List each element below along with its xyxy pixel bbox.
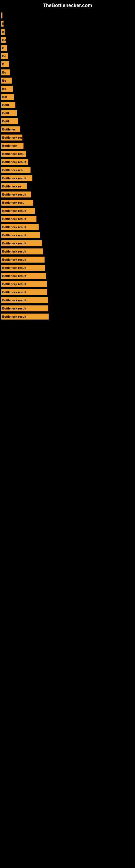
bar-item: Bottleneck result [1, 281, 47, 287]
bar-item: Bo [1, 37, 6, 43]
bar-row: Bottleneck result [1, 159, 135, 165]
bar-row: Bottleneck resu [1, 151, 135, 157]
bar-label: B [2, 22, 3, 25]
bar-item [1, 12, 2, 19]
bar-item: Bo [1, 78, 12, 84]
bar-item: Bo [1, 86, 13, 92]
bar-label: Bottleneck result [2, 274, 26, 278]
bar-label: Bottl [2, 120, 9, 123]
bars-container: BBBoBBoBBoBoBoBotBottlBottlBottlBottlene… [0, 10, 135, 319]
bar-row: Bottleneck result [1, 273, 135, 279]
bar-item: Bottleneck result [1, 289, 47, 295]
bar-item: B [1, 21, 3, 27]
bar-label: B [2, 46, 4, 50]
bar-row: Bottleneck result [1, 216, 135, 222]
bar-row: Bottleneck re [1, 183, 135, 189]
bar-item: Bottl [1, 110, 17, 116]
bar-label: Bottleneck result [2, 242, 26, 245]
bar-label: Bottl [2, 103, 9, 106]
bar-item: Bottleneck result [1, 273, 46, 279]
bar-label: Bottl [2, 112, 9, 115]
bar-row: Bottleneck result [1, 248, 135, 254]
bar-label: Bottleneck result [2, 290, 26, 294]
bar-item: Bottleneck resu [1, 151, 26, 157]
bar-label: Bottleneck re [2, 185, 21, 188]
bar-row: Bottleneck result [1, 265, 135, 271]
bar-row: Bottlenec [1, 126, 135, 132]
bar-item: Bottleneck result [1, 297, 48, 303]
bar-item: Bottleneck result [1, 232, 40, 238]
bar-row: Bottleneck result [1, 289, 135, 295]
bar-label: Bo [2, 38, 6, 41]
bar-row: Bottleneck result [1, 224, 135, 230]
bar-row: Bottleneck res [1, 134, 135, 141]
bar-item: B [1, 29, 5, 35]
bar-label: B [2, 30, 4, 33]
bar-item: Bottleneck result [1, 208, 35, 214]
bar-row: Bottleneck result [1, 208, 135, 214]
bar-label: Bo [2, 55, 6, 58]
bar-label: Bottleneck result [2, 234, 26, 237]
bar-item: Bottl [1, 118, 18, 124]
bar-row: B [1, 45, 135, 51]
bar-item: Bottleneck result [1, 216, 37, 222]
bar-row: Bottleneck resu [1, 199, 135, 206]
bar-row: Bo [1, 78, 135, 84]
bar-row: Bot [1, 94, 135, 100]
bar-row: B [1, 61, 135, 67]
bar-item: Bo [1, 53, 8, 59]
bar-item: Bo [1, 69, 10, 75]
bar-label: Bo [2, 79, 6, 82]
bar-item: B [1, 45, 7, 51]
bar-row: Bottleneck [1, 143, 135, 149]
bar-item: Bottleneck result [1, 305, 48, 311]
bar-row: Bottleneck result [1, 257, 135, 262]
bar-row: Bottleneck result [1, 232, 135, 238]
bar-label: Bottleneck result [2, 299, 26, 302]
bar-item: Bottleneck result [1, 191, 31, 197]
bar-item: Bottleneck result [1, 175, 32, 181]
bar-label: Bottleneck result [2, 315, 26, 318]
bar-row: Bo [1, 53, 135, 59]
bar-label: Bo [2, 87, 6, 90]
bar-row: Bottl [1, 110, 135, 116]
bar-label: Bottleneck res [2, 136, 22, 139]
bar-item: Bottleneck re [1, 183, 27, 189]
bar-item: Bottleneck result [1, 240, 42, 246]
bar-row: Bottl [1, 102, 135, 108]
site-title: TheBottlenecker.com [0, 0, 135, 10]
bar-item: Bottleneck resu [1, 167, 31, 173]
bar-label: Bottleneck result [2, 217, 26, 220]
bar-label: Bottleneck result [2, 258, 26, 261]
bar-row: Bottleneck result [1, 191, 135, 197]
bar-label: Bottleneck result [2, 307, 26, 310]
bar-label: Bottleneck result [2, 177, 26, 180]
bar-row: Bottleneck result [1, 281, 135, 287]
bar-item: Bottlenec [1, 126, 20, 132]
bar-item: Bottl [1, 102, 15, 108]
bar-item: Bottleneck result [1, 314, 49, 319]
bar-item: Bottleneck result [1, 257, 45, 262]
bar-row [1, 12, 135, 19]
bar-item: Bot [1, 94, 14, 100]
bar-label: Bot [2, 95, 7, 98]
bar-label: Bottleneck resu [2, 168, 25, 172]
bar-label: Bottleneck resu [2, 201, 25, 204]
bar-item: Bottleneck result [1, 159, 28, 165]
bar-row: Bottleneck result [1, 297, 135, 303]
bar-label: Bottleneck [2, 144, 17, 147]
bar-label: Bottleneck result [2, 282, 26, 286]
bar-label: Bottlenec [2, 128, 16, 131]
bar-row: B [1, 29, 135, 35]
bar-item: Bottleneck result [1, 248, 43, 254]
bar-row: Bottleneck resu [1, 167, 135, 173]
bar-item: Bottleneck res [1, 134, 22, 141]
bar-item: Bottleneck result [1, 224, 39, 230]
bar-row: Bottleneck result [1, 240, 135, 246]
bar-row: Bottl [1, 118, 135, 124]
bar-item: B [1, 61, 9, 67]
bar-row: Bottleneck result [1, 175, 135, 181]
bar-row: Bo [1, 69, 135, 75]
bar-row: B [1, 21, 135, 27]
bar-row: Bottleneck result [1, 305, 135, 311]
